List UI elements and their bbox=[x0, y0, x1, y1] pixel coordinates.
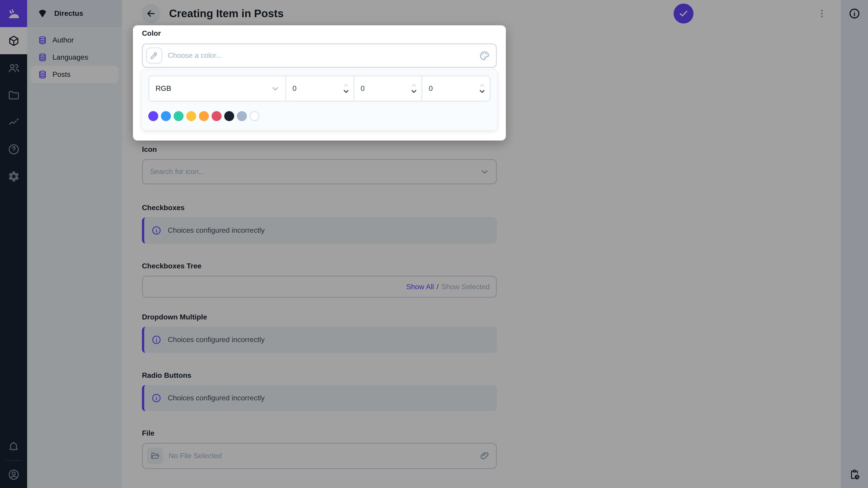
color-value-field[interactable] bbox=[168, 52, 479, 60]
directus-app: Directus Author Languages Posts bbox=[0, 0, 868, 488]
palette-icon[interactable] bbox=[479, 51, 490, 61]
eyedropper-icon bbox=[150, 51, 159, 60]
chevron-down-icon[interactable] bbox=[478, 88, 486, 95]
color-swatch[interactable] bbox=[148, 111, 158, 121]
channel-b-field[interactable] bbox=[429, 85, 456, 93]
color-mode-select[interactable]: RGB bbox=[148, 75, 286, 102]
color-swatch[interactable] bbox=[237, 111, 247, 121]
color-picker-menu: RGB bbox=[142, 70, 497, 130]
channel-b-stepper[interactable] bbox=[422, 75, 491, 102]
color-swatch[interactable] bbox=[250, 111, 259, 121]
channel-g-field[interactable] bbox=[361, 85, 388, 93]
color-mode-value: RGB bbox=[156, 85, 171, 93]
field-label: Color bbox=[142, 29, 497, 38]
color-swatch[interactable] bbox=[199, 111, 209, 121]
chevron-down-icon bbox=[271, 84, 280, 93]
chevron-down-icon[interactable] bbox=[342, 88, 350, 95]
channel-g-stepper[interactable] bbox=[353, 75, 422, 102]
color-input[interactable] bbox=[142, 43, 497, 68]
channel-r-stepper[interactable] bbox=[285, 75, 354, 102]
channel-r-field[interactable] bbox=[292, 85, 320, 93]
eyedropper-button[interactable] bbox=[146, 47, 162, 64]
color-swatch[interactable] bbox=[224, 111, 234, 121]
color-picker-popup: Color RGB bbox=[133, 25, 506, 140]
color-swatch[interactable] bbox=[161, 111, 171, 121]
color-swatch[interactable] bbox=[174, 111, 184, 121]
color-swatch[interactable] bbox=[186, 111, 196, 121]
chevron-down-icon[interactable] bbox=[410, 88, 418, 95]
swatch-row bbox=[148, 111, 491, 121]
color-swatch[interactable] bbox=[212, 111, 221, 121]
